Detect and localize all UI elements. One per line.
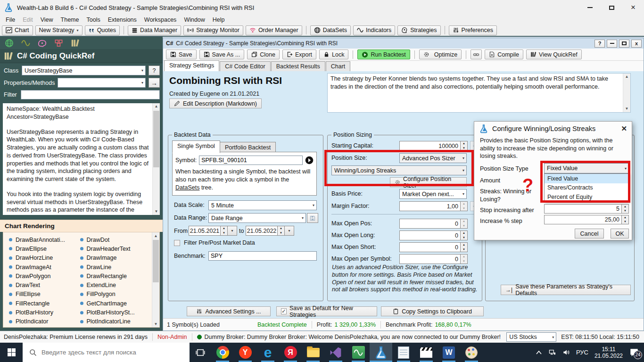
data-scale-combo[interactable]: 5 Minute▾ bbox=[208, 200, 317, 210]
menu-tools[interactable]: Tools bbox=[83, 15, 104, 25]
scroll-up-icon[interactable]: ▲ bbox=[152, 232, 159, 239]
symbol-input[interactable] bbox=[199, 156, 303, 165]
taskbar-search[interactable] bbox=[23, 343, 190, 362]
tab-code-editor[interactable]: C# Code Editor bbox=[220, 61, 270, 71]
chart-rendering-header[interactable]: Chart Rendering bbox=[0, 220, 163, 232]
taskbar-movie-maker[interactable] bbox=[415, 343, 438, 362]
option-shares-contracts[interactable]: Shares/Contracts bbox=[545, 183, 628, 193]
tab-chart[interactable]: Chart bbox=[326, 61, 351, 71]
window-help-button[interactable]: ? bbox=[594, 40, 605, 48]
preferences-button[interactable]: Preferences bbox=[449, 25, 497, 35]
menu-extensions[interactable]: Extensions bbox=[104, 15, 140, 25]
taskbar-paint[interactable] bbox=[460, 343, 483, 362]
margin-factor-input[interactable]: 1,00 bbox=[399, 201, 461, 211]
list-item[interactable]: DrawImageAt bbox=[9, 264, 80, 271]
taskbar-trading-app[interactable] bbox=[347, 343, 370, 362]
benchmark-input[interactable] bbox=[208, 251, 317, 261]
scroll-down-icon[interactable]: ▼ bbox=[153, 208, 160, 215]
stop-increasing-input[interactable]: 5 bbox=[544, 204, 622, 214]
list-item[interactable]: DrawLine bbox=[80, 264, 151, 271]
to-date-input[interactable]: 21.05.2022 bbox=[246, 226, 278, 236]
filter-premarket-checkbox[interactable] bbox=[174, 240, 180, 246]
increase-step-input[interactable]: 25,00 bbox=[544, 215, 622, 224]
menu-workspaces[interactable]: Workspaces bbox=[140, 15, 181, 25]
search-input[interactable] bbox=[41, 349, 173, 356]
new-strategy-button[interactable]: New Strategy▾ bbox=[35, 25, 83, 35]
stop-increasing-spinner[interactable]: ▲▼ bbox=[622, 204, 629, 214]
cancel-button[interactable]: Cancel bbox=[575, 229, 604, 239]
clone-button[interactable]: Clone bbox=[247, 49, 280, 59]
to-date-spinner[interactable]: ▲▼ bbox=[278, 226, 285, 236]
taskbar-edge[interactable]: e bbox=[256, 343, 279, 362]
max-open-short-spinner[interactable]: ▲▼ bbox=[461, 242, 468, 252]
increase-step-spinner[interactable]: ▲▼ bbox=[622, 215, 629, 224]
taskbar-file-explorer[interactable] bbox=[302, 343, 324, 362]
scroll-down-icon[interactable]: ▼ bbox=[152, 321, 159, 327]
list-item[interactable]: DrawPolygon bbox=[9, 273, 80, 280]
advanced-settings-button[interactable]: Advanced Settings ... bbox=[187, 306, 271, 316]
class-help-button[interactable]: ? bbox=[149, 66, 160, 75]
load-symbol-button[interactable] bbox=[305, 156, 314, 165]
max-open-per-symbol-spinner[interactable]: ▲▼ bbox=[461, 254, 468, 264]
datasets-link[interactable]: DataSets bbox=[175, 184, 199, 191]
export-button[interactable]: Export bbox=[282, 49, 316, 59]
from-date-dropdown[interactable]: ▾ bbox=[228, 226, 237, 236]
strategies-nav-icon[interactable] bbox=[38, 39, 47, 48]
chart-button[interactable]: Chart bbox=[2, 25, 33, 35]
datasets-nav-icon[interactable] bbox=[5, 39, 14, 48]
max-open-pos-spinner[interactable]: ▲▼ bbox=[461, 219, 468, 229]
restore-button[interactable] bbox=[601, 0, 622, 15]
indicators-button[interactable]: Indicators bbox=[353, 25, 395, 35]
dialog-close-button[interactable]: ✕ bbox=[621, 124, 627, 133]
copy-settings-button[interactable]: Copy Settings to Clipboard bbox=[381, 306, 484, 316]
volume-icon[interactable] bbox=[562, 349, 570, 356]
run-backtest-button[interactable]: Run Backtest bbox=[357, 49, 410, 59]
properties-methods-combo[interactable]: ▾ bbox=[58, 78, 146, 88]
list-item[interactable]: DrawImage bbox=[80, 255, 151, 261]
notification-center-button[interactable]: 24 bbox=[629, 347, 639, 358]
max-open-long-input[interactable]: 0 bbox=[399, 230, 461, 240]
tab-backtest-results[interactable]: Backtest Results bbox=[271, 61, 325, 71]
task-view-button[interactable] bbox=[190, 343, 211, 362]
taskbar-visual-studio[interactable] bbox=[324, 343, 347, 362]
basis-price-combo[interactable]: Market Open next...▾ bbox=[399, 189, 467, 199]
pos-sizer-combo[interactable]: Winning/Losing Streaks▾ bbox=[331, 165, 467, 175]
doc-scrollbar[interactable]: ▲ ▼ bbox=[152, 103, 160, 215]
scroll-up-icon[interactable]: ▲ bbox=[623, 74, 630, 80]
from-date-spinner[interactable]: ▲▼ bbox=[221, 226, 228, 236]
save-default-new-strategies-button[interactable]: ✓ Save as Default for New Strategies bbox=[276, 306, 377, 316]
list-item[interactable]: DrawText bbox=[9, 282, 80, 288]
menu-help[interactable]: Help bbox=[209, 15, 229, 25]
save-parameters-defaults-button[interactable]: →| Save these Parameters as Strategy's D… bbox=[501, 285, 631, 295]
minimize-button[interactable] bbox=[579, 0, 601, 15]
strategies-button[interactable]: Strategies bbox=[397, 25, 440, 35]
window-maximize-button[interactable] bbox=[619, 40, 629, 48]
data-range-combo[interactable]: Date Range▾ bbox=[208, 213, 306, 223]
list-item[interactable]: FillPolygon bbox=[80, 291, 151, 297]
taskbar-yandex[interactable]: Y bbox=[234, 343, 256, 362]
list-item[interactable]: FillRectangle bbox=[9, 300, 80, 307]
save-range-button[interactable] bbox=[307, 213, 318, 223]
list-item[interactable]: PlotBarHistorySt... bbox=[80, 309, 151, 316]
option-fixed-value[interactable]: Fixed Value bbox=[545, 174, 628, 183]
view-quickref-button[interactable]: View QuickRef bbox=[526, 49, 582, 59]
start-button[interactable] bbox=[0, 343, 23, 362]
taskbar-word[interactable]: W bbox=[438, 343, 460, 362]
network-icon[interactable] bbox=[548, 349, 556, 356]
taskbar-chrome[interactable] bbox=[211, 343, 234, 362]
link-button[interactable] bbox=[471, 49, 482, 59]
lock-button[interactable]: Lock bbox=[319, 49, 348, 59]
ok-button[interactable]: OK bbox=[611, 229, 629, 239]
building-blocks-nav-icon[interactable] bbox=[54, 39, 63, 48]
data-manager-button[interactable]: Data Manager bbox=[128, 25, 181, 35]
list-item[interactable]: ExtendLine bbox=[80, 282, 151, 288]
margin-factor-spinner[interactable]: ▲▼ bbox=[461, 201, 468, 211]
tab-strategy-settings[interactable]: Strategy Settings bbox=[164, 60, 219, 71]
max-open-pos-input[interactable]: 0 bbox=[399, 219, 461, 229]
menu-file[interactable]: File bbox=[2, 15, 19, 25]
position-size-combo[interactable]: Advanced Pos Sizer▾ bbox=[399, 153, 467, 163]
list-scrollbar[interactable]: ▲ ▼ bbox=[152, 232, 159, 327]
menu-window[interactable]: Window bbox=[180, 15, 208, 25]
tray-chevron-icon[interactable] bbox=[536, 349, 542, 356]
list-item[interactable]: PlotIndicatorLine bbox=[80, 318, 151, 325]
